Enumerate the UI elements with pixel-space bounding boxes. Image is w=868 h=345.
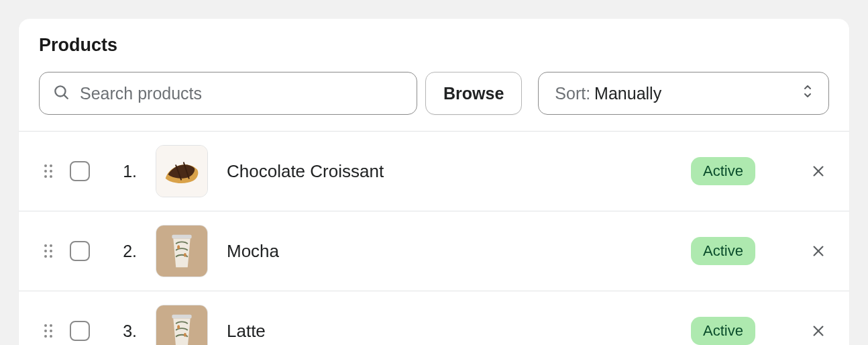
sort-prefix-label: Sort: <box>555 84 590 103</box>
product-thumbnail <box>156 145 208 197</box>
products-card: Products Browse Sort: Manually <box>19 19 849 345</box>
product-thumbnail <box>156 225 208 277</box>
remove-button[interactable] <box>808 320 829 342</box>
row-index: 3. <box>95 322 156 341</box>
search-field-wrap <box>39 72 417 115</box>
chevron-up-down-icon <box>802 83 814 103</box>
product-list: 1. Chocolate Croissant Active 2. <box>19 131 849 345</box>
card-header: Products <box>19 19 849 56</box>
svg-point-12 <box>50 244 52 247</box>
svg-point-20 <box>184 253 186 257</box>
row-checkbox[interactable] <box>70 161 90 181</box>
svg-point-15 <box>44 255 47 258</box>
row-checkbox[interactable] <box>70 241 90 261</box>
row-checkbox[interactable] <box>70 321 90 341</box>
status-badge: Active <box>691 237 755 265</box>
svg-point-24 <box>50 324 52 327</box>
search-icon <box>52 83 70 103</box>
svg-rect-18 <box>172 235 191 239</box>
svg-point-4 <box>44 170 47 172</box>
row-index: 2. <box>95 242 156 261</box>
svg-point-26 <box>50 330 52 332</box>
svg-point-31 <box>177 325 180 329</box>
svg-point-6 <box>44 175 47 178</box>
svg-point-2 <box>44 164 47 167</box>
card-title: Products <box>39 35 829 56</box>
status-badge: Active <box>691 317 755 345</box>
product-thumbnail <box>156 305 208 345</box>
svg-point-16 <box>50 255 52 258</box>
status-badge: Active <box>691 157 755 185</box>
drag-handle-icon[interactable] <box>39 162 58 180</box>
search-input[interactable] <box>39 72 417 115</box>
svg-point-7 <box>50 175 52 178</box>
controls-row: Browse Sort: Manually <box>19 56 849 131</box>
svg-point-23 <box>44 324 47 327</box>
svg-point-14 <box>50 250 52 252</box>
row-index: 1. <box>95 162 156 181</box>
sort-value: Manually <box>594 84 661 103</box>
svg-point-13 <box>44 250 47 252</box>
browse-button[interactable]: Browse <box>425 72 522 115</box>
svg-point-5 <box>50 170 52 172</box>
svg-point-27 <box>44 335 47 338</box>
sort-select[interactable]: Sort: Manually <box>538 72 829 115</box>
svg-point-25 <box>44 330 47 332</box>
svg-line-1 <box>64 95 68 99</box>
product-row: 3. Latte Active <box>19 291 849 345</box>
drag-handle-icon[interactable] <box>39 322 58 340</box>
drag-handle-icon[interactable] <box>39 242 58 260</box>
svg-point-3 <box>50 164 52 167</box>
remove-button[interactable] <box>808 160 829 182</box>
svg-rect-30 <box>172 315 191 319</box>
svg-point-32 <box>184 333 186 337</box>
svg-point-19 <box>177 245 180 249</box>
product-name: Latte <box>208 321 691 342</box>
remove-button[interactable] <box>808 240 829 262</box>
product-name: Chocolate Croissant <box>208 161 691 182</box>
svg-point-11 <box>44 244 47 247</box>
svg-point-28 <box>50 335 52 338</box>
product-row: 2. Mocha Active <box>19 211 849 291</box>
product-name: Mocha <box>208 241 691 262</box>
product-row: 1. Chocolate Croissant Active <box>19 132 849 211</box>
